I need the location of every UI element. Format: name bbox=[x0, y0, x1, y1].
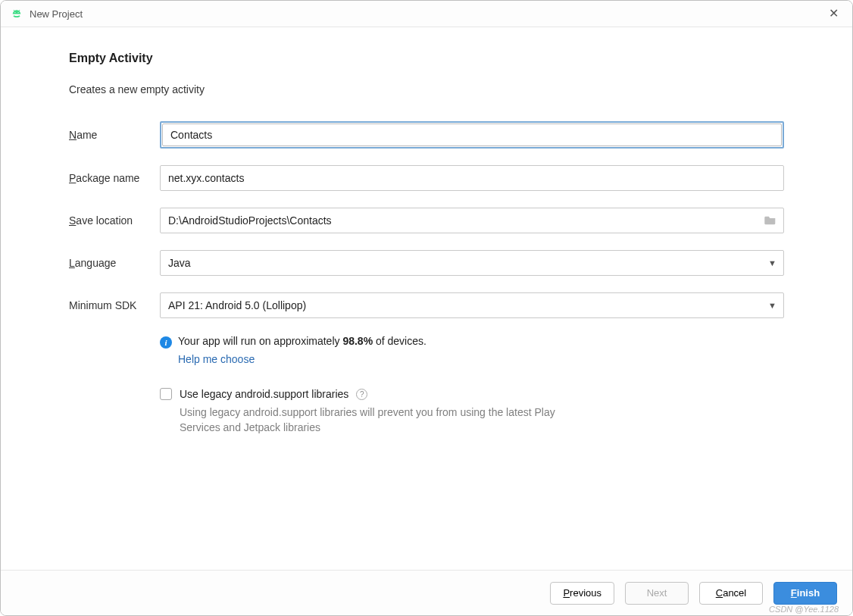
close-icon[interactable]: ✕ bbox=[824, 5, 843, 23]
cancel-button[interactable]: Cancel bbox=[699, 582, 763, 605]
label-save-location: Save location bbox=[69, 214, 160, 227]
device-coverage-text: Your app will run on approximately 98.8%… bbox=[178, 335, 426, 347]
help-icon[interactable]: ? bbox=[356, 389, 367, 400]
row-language: Language ▼ bbox=[69, 250, 784, 276]
finish-button[interactable]: Finish bbox=[773, 582, 837, 605]
legacy-support-block: Use legacy android.support libraries ? U… bbox=[160, 388, 784, 436]
name-input-focus-ring bbox=[160, 121, 784, 149]
new-project-dialog: New Project ✕ Empty Activity Creates a n… bbox=[0, 0, 853, 616]
next-button: Next bbox=[625, 582, 689, 605]
svg-point-0 bbox=[14, 12, 15, 13]
label-package: Package name bbox=[69, 172, 160, 184]
label-min-sdk: Minimum SDK bbox=[69, 299, 160, 311]
legacy-support-checkbox[interactable] bbox=[160, 388, 172, 400]
page-heading: Empty Activity bbox=[69, 52, 784, 65]
help-me-choose-link[interactable]: Help me choose bbox=[178, 353, 784, 365]
min-sdk-select[interactable]: ▼ bbox=[160, 292, 784, 318]
dialog-content: Empty Activity Creates a new empty activ… bbox=[1, 27, 852, 570]
legacy-support-description: Using legacy android.support libraries w… bbox=[180, 405, 581, 436]
window-title: New Project bbox=[30, 8, 83, 20]
svg-point-1 bbox=[18, 12, 19, 13]
titlebar: New Project ✕ bbox=[1, 1, 852, 27]
android-studio-icon bbox=[10, 7, 23, 20]
legacy-checkbox-row: Use legacy android.support libraries ? bbox=[160, 388, 784, 400]
language-value[interactable] bbox=[160, 250, 784, 276]
browse-folder-icon[interactable] bbox=[764, 214, 777, 227]
name-input[interactable] bbox=[162, 124, 782, 146]
page-subtitle: Creates a new empty activity bbox=[69, 83, 784, 95]
previous-button[interactable]: Previous bbox=[550, 582, 614, 605]
device-coverage-info: i Your app will run on approximately 98.… bbox=[160, 335, 784, 349]
package-input[interactable] bbox=[160, 165, 784, 191]
row-save-location: Save location bbox=[69, 208, 784, 233]
save-location-wrap bbox=[160, 208, 784, 233]
row-min-sdk: Minimum SDK ▼ bbox=[69, 292, 784, 318]
row-package: Package name bbox=[69, 165, 784, 191]
legacy-support-label: Use legacy android.support libraries bbox=[180, 388, 348, 400]
info-icon: i bbox=[160, 336, 172, 349]
row-name: Name bbox=[69, 121, 784, 149]
label-name: Name bbox=[69, 129, 160, 141]
min-sdk-value[interactable] bbox=[160, 292, 784, 318]
label-language: Language bbox=[69, 257, 160, 269]
save-location-input[interactable] bbox=[161, 209, 764, 232]
language-select[interactable]: ▼ bbox=[160, 250, 784, 276]
watermark: CSDN @Yee.1128 bbox=[769, 605, 839, 614]
dialog-footer: Previous Next Cancel Finish CSDN @Yee.11… bbox=[1, 570, 852, 615]
